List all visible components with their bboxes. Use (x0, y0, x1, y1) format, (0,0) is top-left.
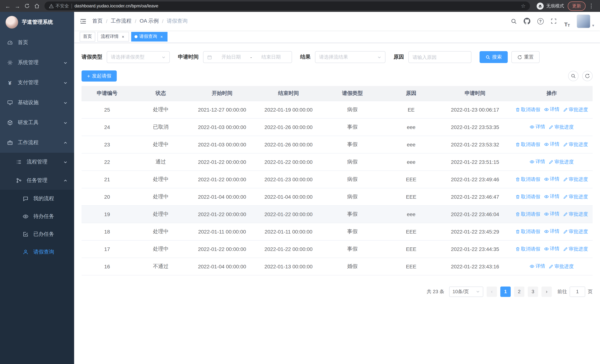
cancel-leave-link[interactable]: 取消请假 (515, 211, 540, 218)
cancel-leave-link[interactable]: 取消请假 (515, 228, 540, 235)
apply-time-range-picker[interactable]: 开始日期 - 结束日期 (203, 51, 292, 63)
detail-link[interactable]: 详情 (530, 124, 545, 130)
cancel-leave-link[interactable]: 取消请假 (515, 176, 540, 183)
page-button-1[interactable]: 1 (500, 286, 511, 297)
end-date-placeholder: 结束日期 (254, 54, 288, 60)
url-bar[interactable]: 不安全 dashboard.yudao.iocoder.cn/bpm/oa/le… (45, 1, 530, 10)
detail-link[interactable]: 详情 (544, 176, 559, 183)
cell-status: 处理中 (133, 101, 189, 118)
sidebar-item-process-management[interactable]: 流程管理 (0, 153, 74, 171)
goto-page-input[interactable] (570, 286, 585, 297)
detail-link[interactable]: 详情 (530, 159, 545, 165)
search-icon[interactable] (508, 15, 520, 28)
sidebar-item-home[interactable]: 首页 (0, 33, 74, 53)
sidebar-item-infrastructure[interactable]: 基础设施 (0, 93, 74, 113)
cell-reason: EEE (383, 170, 439, 188)
sidebar-item-workflow[interactable]: 工作流程 (0, 133, 74, 153)
approval-progress-link[interactable]: 审批进度 (563, 176, 588, 183)
user-menu[interactable]: ▼ (577, 14, 595, 28)
approval-progress-link[interactable]: 审批进度 (563, 211, 588, 218)
approval-progress-link[interactable]: 审批进度 (563, 141, 588, 148)
hamburger-icon[interactable] (74, 18, 92, 25)
sidebar-filler (0, 261, 74, 364)
page-size-value: 10条/页 (452, 288, 469, 295)
approval-progress-link[interactable]: 审批进度 (549, 263, 574, 270)
sidebar-item-leave-query[interactable]: 请假查询 (0, 243, 74, 261)
toggle-search-button[interactable] (568, 71, 579, 81)
help-icon[interactable]: ? (534, 15, 546, 28)
cell-reason: eee (383, 205, 439, 223)
font-size-icon[interactable]: TT (561, 15, 573, 28)
leave-type-select[interactable]: 请选择请假类型 (107, 51, 170, 63)
chevron-down-icon (63, 61, 67, 65)
reason-input[interactable] (408, 51, 471, 63)
cell-end-time: 2022-01-23 00:00:00 (255, 170, 322, 188)
refresh-icon[interactable] (22, 1, 32, 11)
sidebar-item-todo-tasks[interactable]: 待办任务 (0, 208, 74, 225)
detail-link[interactable]: 详情 (544, 106, 559, 113)
security-warning[interactable]: 不安全 (49, 3, 69, 9)
done-icon (22, 231, 28, 237)
sidebar-item-done-tasks[interactable]: 已办任务 (0, 225, 74, 243)
sidebar-item-task-management[interactable]: 任务管理 (0, 171, 74, 190)
url-text[interactable]: dashboard.yudao.iocoder.cn/bpm/oa/leave (75, 3, 158, 9)
cell-id: 19 (82, 205, 133, 223)
cancel-leave-link[interactable]: 取消请假 (515, 194, 540, 200)
cancel-leave-link[interactable]: 取消请假 (515, 246, 540, 252)
prev-page-button[interactable]: ‹ (487, 286, 497, 297)
approval-progress-link[interactable]: 审批进度 (549, 159, 574, 165)
sidebar-item-payment[interactable]: ¥ 支付管理 (0, 73, 74, 93)
approval-progress-link[interactable]: 审批进度 (549, 124, 574, 131)
breadcrumb-item[interactable]: OA 示例 (140, 18, 159, 24)
home-icon[interactable] (32, 1, 41, 11)
table-row: 22通过2022-01-22 00:00:002022-01-22 00:00:… (82, 153, 593, 170)
cancel-leave-link[interactable]: 取消请假 (515, 106, 540, 113)
sidebar-item-label: 我的流程 (33, 195, 54, 202)
approval-progress-link[interactable]: 审批进度 (563, 106, 588, 113)
tag-leave-query[interactable]: 请假查询 × (131, 32, 168, 41)
bookmark-star-icon[interactable]: ☆ (521, 3, 525, 9)
next-page-button[interactable]: › (542, 286, 552, 297)
forward-icon[interactable]: → (13, 1, 22, 11)
chevron-up-icon (63, 141, 67, 145)
fullscreen-icon[interactable] (548, 15, 560, 28)
reset-button[interactable]: 重置 (511, 51, 540, 63)
search-button[interactable]: 搜索 (479, 51, 508, 63)
close-icon[interactable]: × (121, 34, 126, 39)
avatar[interactable] (577, 14, 590, 28)
detail-link[interactable]: 详情 (544, 228, 559, 235)
column-header: 结束时间 (255, 86, 322, 101)
page-button-3[interactable]: 3 (528, 286, 538, 297)
sidebar-item-my-process[interactable]: 我的流程 (0, 190, 74, 208)
result-select[interactable]: 请选择流结果 (315, 51, 385, 63)
sidebar-logo[interactable]: 芋道管理系统 (0, 12, 74, 33)
back-icon[interactable]: ← (3, 1, 13, 11)
approval-progress-link[interactable]: 审批进度 (563, 228, 588, 235)
cell-start-time: 2022-01-04 00:00:00 (189, 188, 255, 205)
sidebar-item-devtools[interactable]: 研发工具 (0, 113, 74, 133)
tag-process-detail[interactable]: 流程详情 × (97, 32, 129, 41)
refresh-table-button[interactable] (582, 71, 593, 81)
detail-link[interactable]: 详情 (544, 193, 559, 200)
cell-id: 25 (82, 101, 133, 118)
approval-progress-link[interactable]: 审批进度 (563, 194, 588, 200)
cancel-leave-link[interactable]: 取消请假 (515, 141, 540, 148)
detail-link[interactable]: 详情 (544, 246, 559, 252)
refresh-icon (517, 55, 522, 59)
browser-menu-icon[interactable]: ⋮ (586, 3, 597, 9)
breadcrumb-item[interactable]: 工作流程 (111, 18, 131, 24)
sidebar-item-system[interactable]: 系统管理 (0, 53, 74, 73)
detail-link[interactable]: 详情 (544, 211, 559, 217)
browser-update-button[interactable]: 更新 (568, 1, 586, 10)
github-icon[interactable] (521, 15, 533, 28)
approval-progress-link[interactable]: 审批进度 (563, 246, 588, 252)
tag-home[interactable]: 首页 (80, 32, 95, 41)
breadcrumb-item[interactable]: 首页 (92, 18, 103, 24)
create-leave-button[interactable]: + 发起请假 (82, 70, 117, 82)
detail-link[interactable]: 详情 (544, 141, 559, 148)
page-size-select[interactable]: 10条/页 (449, 286, 483, 297)
detail-link[interactable]: 详情 (530, 263, 545, 270)
page-button-2[interactable]: 2 (514, 286, 525, 297)
close-icon[interactable]: × (159, 34, 164, 39)
cell-start-time: 2022-01-22 00:00:00 (189, 170, 255, 188)
